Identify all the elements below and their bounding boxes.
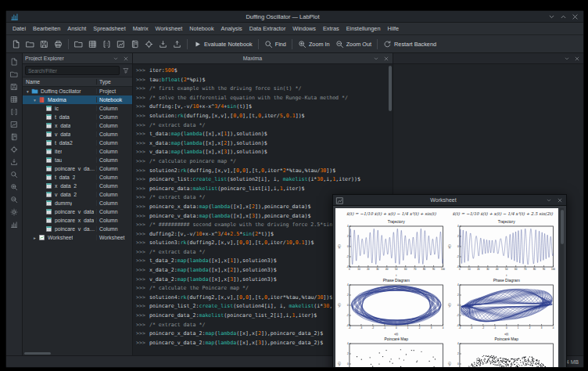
evaluate-notebook-button[interactable]: Evaluate Notebook xyxy=(191,38,255,50)
plot-phase-diagram-2[interactable]: Phase Diagram-4-3-2-101234-4-2024x(t)v(t… xyxy=(447,277,558,336)
menu-matrix[interactable]: Matrix xyxy=(130,24,152,33)
tree-column-headers[interactable]: Name Type xyxy=(23,77,132,87)
new-folder-button[interactable] xyxy=(72,38,85,50)
maximize-button[interactable] xyxy=(559,13,568,21)
tree-row-maxima[interactable]: ▾MaximaNotebook xyxy=(23,95,132,104)
menu-notebook[interactable]: Notebook xyxy=(186,24,217,33)
column-header-type[interactable]: Type xyxy=(97,79,132,85)
worksheet-tool-button[interactable] xyxy=(8,118,20,130)
column-header-name[interactable]: Name xyxy=(23,79,97,85)
spreadsheet-icon xyxy=(10,95,18,103)
notebook-header[interactable]: Maxima xyxy=(133,53,393,64)
export-data-button[interactable] xyxy=(170,38,184,50)
vertical-scrollbar[interactable] xyxy=(389,66,392,111)
expand-caret[interactable]: ▾ xyxy=(32,98,38,103)
datapicker-tool-button[interactable] xyxy=(8,143,20,155)
tree-row-x-data-2[interactable]: x_data_2Column xyxy=(23,182,132,190)
tree-row-t-data[interactable]: t_dataColumn xyxy=(23,113,132,121)
filter-icon[interactable] xyxy=(121,67,130,75)
tree-row-v-data[interactable]: v_dataColumn xyxy=(23,130,132,139)
expand-caret[interactable]: ▾ xyxy=(25,89,30,94)
spreadsheet-tool-button[interactable] xyxy=(8,93,20,105)
menu-hilfe[interactable]: Hilfe xyxy=(384,24,402,33)
notebook-tool-button[interactable] xyxy=(8,131,20,142)
dock-float-icon[interactable] xyxy=(544,196,553,204)
crosshair-icon xyxy=(145,40,153,49)
zoom-in-button[interactable]: Zoom In xyxy=(296,38,332,50)
dock-float-icon[interactable] xyxy=(371,54,380,63)
worksheet-scrollbar[interactable] xyxy=(560,208,564,368)
plot-poincare-map-1[interactable]: Poincaré Map-4-3-2-101234-4-2024x(t)v(t) xyxy=(337,336,447,368)
save-button[interactable] xyxy=(8,81,20,92)
expand-caret[interactable]: ▸ xyxy=(32,236,38,240)
plot-poincare-map-2[interactable]: Poincaré Map-4-3-2-101234-4-2024x(t)v(t) xyxy=(447,336,558,368)
new-datapicker-button[interactable] xyxy=(142,38,156,50)
close-button[interactable] xyxy=(571,13,579,21)
menu-spreadsheet[interactable]: Spreadsheet xyxy=(90,24,128,33)
zoom-out-button[interactable]: Zoom Out xyxy=(333,38,374,50)
tree-row-iter[interactable]: iterColumn xyxy=(23,147,132,156)
tree-row-worksheet[interactable]: ▸WorksheetWorksheet xyxy=(23,233,132,242)
search-input[interactable] xyxy=(25,66,120,75)
tree-row-poincare-x-data[interactable]: poincare_x_dataColumn xyxy=(23,216,132,225)
right-dock-header[interactable] xyxy=(393,53,583,64)
dock-close-icon[interactable] xyxy=(572,54,581,63)
zoom-in-tool-button[interactable] xyxy=(8,181,20,193)
new-spreadsheet-button[interactable] xyxy=(86,38,99,50)
tree-row-poincare-v-data[interactable]: poincare_v_dataColumn xyxy=(23,207,132,216)
tree-row-duffing-oscillator[interactable]: ▾Duffing OscillatorProject xyxy=(23,87,132,95)
worksheet-titlebar[interactable]: Worksheet xyxy=(333,195,566,206)
settings-tool-button[interactable] xyxy=(8,206,20,218)
titlebar[interactable]: Duffing Oscillator — LabPlot xyxy=(6,11,583,23)
matrix-tool-button[interactable] xyxy=(8,106,20,117)
menu-windows[interactable]: Windows xyxy=(289,24,319,33)
zoom-out-tool-button[interactable] xyxy=(8,193,20,205)
open-project-button[interactable] xyxy=(23,38,37,50)
save-project-button[interactable] xyxy=(38,38,51,50)
scrollbar-thumb[interactable] xyxy=(561,210,564,244)
tree-row-t-data2[interactable]: t_data2Column xyxy=(23,139,132,147)
tree-row-x-data[interactable]: x_dataColumn xyxy=(23,121,132,130)
menu-einstellungen[interactable]: Einstellungen xyxy=(343,24,384,33)
tree-row-poincare-v-data-2[interactable]: poincare_v_data_2Column xyxy=(23,225,132,233)
menu-bearbeiten[interactable]: Bearbeiten xyxy=(30,24,63,33)
dock-close-icon[interactable] xyxy=(555,196,564,204)
tree-row-t-data-2[interactable]: t_data_2Column xyxy=(23,173,132,182)
menu-analysis[interactable]: Analysis xyxy=(218,24,246,33)
dock-close-icon[interactable] xyxy=(121,54,130,63)
minimize-button[interactable] xyxy=(547,13,556,21)
horizontal-scrollbar[interactable] xyxy=(24,352,51,355)
tree-row-tau[interactable]: tauColumn xyxy=(23,156,132,164)
worksheet-page[interactable]: ẍ(t) = −1/10 ẋ(t) + x(t) − 1/4 x³(t) + s… xyxy=(335,208,558,368)
menu-worksheet[interactable]: Worksheet xyxy=(152,24,186,33)
project-explorer-header[interactable]: Project Explorer xyxy=(23,53,132,64)
new-document-button[interactable] xyxy=(8,56,20,67)
menu-data-extractor[interactable]: Data Extractor xyxy=(246,24,289,33)
plot-phase-diagram-1[interactable]: Phase Diagram-4-3-2-101234-4-2024x(t)v(t… xyxy=(337,277,447,336)
folder-button[interactable] xyxy=(8,68,20,80)
new-worksheet-button[interactable] xyxy=(114,38,127,50)
new-project-button[interactable] xyxy=(9,38,23,50)
chart-tool-button[interactable] xyxy=(8,218,20,230)
find-button[interactable]: Find xyxy=(262,38,289,50)
dock-float-icon[interactable] xyxy=(562,54,571,63)
menu-extras[interactable]: Extras xyxy=(320,24,342,33)
import-data-button[interactable] xyxy=(156,38,170,50)
tree-row-dummy[interactable]: dummyColumn xyxy=(23,199,132,207)
find-tool-button[interactable] xyxy=(8,168,20,180)
plot-trajectory-2[interactable]: Trajectory0102030405060708090100-4-2024t… xyxy=(447,218,558,277)
tree-row-ic[interactable]: icColumn xyxy=(23,104,132,113)
dock-float-icon[interactable] xyxy=(111,54,120,63)
dock-close-icon[interactable] xyxy=(382,54,390,63)
new-notebook-button[interactable] xyxy=(128,38,142,50)
import-tool-button[interactable] xyxy=(8,156,20,167)
tree-row-v-data-2[interactable]: v_data_2Column xyxy=(23,190,132,199)
new-matrix-button[interactable] xyxy=(100,38,113,50)
menu-datei[interactable]: Datei xyxy=(9,24,29,33)
plot-trajectory-1[interactable]: Trajectory0102030405060708090100-4-2024t… xyxy=(337,218,447,277)
print-button[interactable] xyxy=(52,38,65,50)
tree-row-poincare-v-data2[interactable]: poincare_v_data2Column xyxy=(23,164,132,173)
menu-ansicht[interactable]: Ansicht xyxy=(64,24,89,33)
restart-backend-button[interactable]: Restart Backend xyxy=(381,38,439,50)
worksheet-window[interactable]: Worksheet ẍ(t) = −1/10 ẋ(t) + x(t) − 1/4… xyxy=(332,194,567,368)
